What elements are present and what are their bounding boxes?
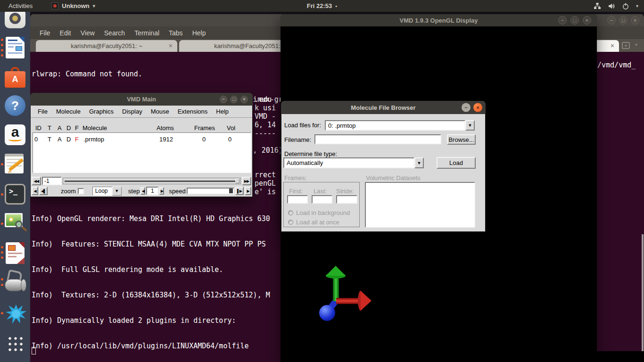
playback-controls-row: ◀ ◀▌ zoom Loop ▼ step ◀ 1 ▶ speed ▌▶ ▶ <box>32 186 251 196</box>
molecule-row-drawn[interactable]: D <box>66 136 71 143</box>
browse-button[interactable]: Browse... <box>447 134 476 145</box>
menu-help[interactable]: Help <box>212 108 233 115</box>
jump-end-button[interactable]: ▶▶ <box>242 177 251 185</box>
molecule-row-active[interactable]: A <box>58 136 62 143</box>
load-button[interactable]: Load <box>437 157 476 169</box>
speed-slider[interactable] <box>187 188 234 194</box>
dock-item-amazon[interactable]: a <box>0 124 30 147</box>
dock-item-notes[interactable] <box>0 154 30 176</box>
filename-input[interactable] <box>314 134 441 144</box>
file-type-dropdown[interactable]: Automatically ▼ <box>283 157 424 168</box>
last-input[interactable] <box>312 195 332 204</box>
dock-item-music-player[interactable] <box>0 8 30 31</box>
maximize-icon[interactable]: □ <box>570 16 579 25</box>
app-menu-icon <box>51 2 58 9</box>
minimize-icon[interactable]: − <box>558 16 567 25</box>
minimize-icon[interactable]: − <box>607 16 616 25</box>
menu-file[interactable]: File <box>33 108 52 115</box>
step-decrement-icon[interactable]: ◀ <box>140 187 145 195</box>
dock-item-roller-app[interactable] <box>0 272 30 295</box>
molecule-list[interactable] <box>33 132 251 173</box>
dock-item-help[interactable]: ? <box>0 95 30 118</box>
zoom-checkbox[interactable] <box>78 188 84 194</box>
mfb-titlebar[interactable]: Molecule File Browser − × <box>281 101 486 114</box>
step-reverse-button[interactable]: ◀▌ <box>39 187 48 195</box>
volumetric-datasets-label: Volumetric Datasets <box>366 174 421 181</box>
vmd-main-titlebar[interactable]: VMD Main − □ × <box>30 93 253 106</box>
menu-file[interactable]: File <box>35 29 55 37</box>
loop-dropdown[interactable]: Loop ▼ <box>92 187 122 196</box>
tab-list-dropdown-icon[interactable]: ▾ <box>635 42 637 47</box>
jump-start-button[interactable]: ◀◀ <box>32 177 41 185</box>
menu-graphics[interactable]: Graphics <box>85 108 118 115</box>
chevron-down-icon[interactable]: ▼ <box>465 120 475 131</box>
chevron-down-icon[interactable]: ▼ <box>112 187 122 196</box>
step-value-field[interactable]: 1 <box>146 187 158 195</box>
clock[interactable]: Fri 22:53 • <box>307 2 337 9</box>
first-input[interactable] <box>287 195 308 204</box>
step-increment-icon[interactable]: ▶ <box>159 187 164 195</box>
dock-item-paint-splat-app[interactable] <box>0 302 30 326</box>
close-icon[interactable]: × <box>240 96 248 103</box>
volumetric-datasets-list[interactable] <box>365 182 475 228</box>
top-bar: Activities Unknown ▾ Fri 22:53 • <box>0 0 644 12</box>
menu-view[interactable]: View <box>76 29 99 37</box>
play-reverse-button[interactable]: ◀ <box>32 187 38 195</box>
opengl-titlebar[interactable]: VMD 1.9.3 OpenGL Display − □ × <box>281 14 597 26</box>
menu-molecule[interactable]: Molecule <box>52 108 85 115</box>
tab-close-icon[interactable]: × <box>611 42 614 49</box>
menu-tabs[interactable]: Tabs <box>164 29 188 37</box>
activities-button[interactable]: Activities <box>0 0 41 12</box>
maximize-icon[interactable]: □ <box>619 16 627 25</box>
terminal-tab-1[interactable]: karishma@Faculty2051: ~ × <box>36 40 177 52</box>
step-forward-button[interactable]: ▌▶ <box>235 187 244 195</box>
menu-help[interactable]: Help <box>188 29 211 37</box>
terminal-output-fragment: e' is <box>255 188 276 196</box>
terminal-output-fragment: .edu <box>255 95 272 104</box>
molecule-row-name[interactable]: .prmtop <box>83 136 104 143</box>
volume-icon <box>608 2 615 10</box>
maximize-icon[interactable]: □ <box>230 96 238 103</box>
dock-item-libreoffice-writer[interactable] <box>0 37 30 59</box>
load-in-background-radio[interactable] <box>288 210 293 215</box>
notification-dot-icon: • <box>335 3 337 9</box>
menu-terminal[interactable]: Terminal <box>130 29 164 37</box>
speed-slider-handle[interactable] <box>229 189 233 193</box>
molecule-row-fixed[interactable]: F <box>75 136 79 143</box>
dock-item-terminal[interactable]: >_ <box>0 184 30 206</box>
molecule-file-browser-window[interactable]: Molecule File Browser − × Load files for… <box>281 101 486 232</box>
new-tab-button[interactable]: + <box>622 42 630 49</box>
menu-search[interactable]: Search <box>99 29 130 37</box>
chevron-down-icon[interactable]: ▼ <box>414 157 424 168</box>
menu-mouse[interactable]: Mouse <box>147 108 173 115</box>
menu-display[interactable]: Display <box>118 108 147 115</box>
close-icon[interactable]: × <box>583 16 591 25</box>
frame-slider[interactable] <box>63 178 241 184</box>
close-icon[interactable]: × <box>631 16 639 25</box>
tab-close-icon[interactable]: × <box>169 42 173 49</box>
vmd-main-window[interactable]: VMD Main − □ × File Molecule Graphics Di… <box>30 93 253 197</box>
play-forward-button[interactable]: ▶ <box>245 187 251 195</box>
system-status-area[interactable]: ▾ <box>594 2 644 10</box>
app-menu[interactable]: Unknown ▾ <box>51 2 95 9</box>
menu-edit[interactable]: Edit <box>55 29 76 37</box>
load-all-at-once-label: Load all at once <box>296 219 339 226</box>
minimize-icon[interactable]: − <box>462 103 471 112</box>
background-patch <box>596 351 644 362</box>
dock-item-show-applications[interactable] <box>0 336 30 358</box>
load-all-at-once-radio[interactable] <box>288 220 293 225</box>
minimize-icon[interactable]: − <box>220 96 227 103</box>
molecule-row-top[interactable]: T <box>48 136 51 143</box>
stride-input[interactable] <box>336 195 357 204</box>
frame-number-field[interactable]: -1 <box>42 177 62 185</box>
dock-item-ubuntu-software[interactable]: A <box>0 66 30 89</box>
dock-item-image-viewer[interactable] <box>0 213 30 236</box>
dock-item-libreoffice-impress[interactable] <box>0 242 30 267</box>
frame-slider-handle[interactable] <box>235 179 239 183</box>
menu-extensions[interactable]: Extensions <box>173 108 212 115</box>
terminal-output-fragment: penGL <box>255 179 276 188</box>
close-icon[interactable]: × <box>473 103 482 112</box>
molecule-select-dropdown[interactable]: 0: .prmtop ▼ <box>325 120 475 131</box>
vmd-menubar: File Molecule Graphics Display Mouse Ext… <box>31 106 252 118</box>
terminal-scrollbar[interactable] <box>642 234 644 351</box>
